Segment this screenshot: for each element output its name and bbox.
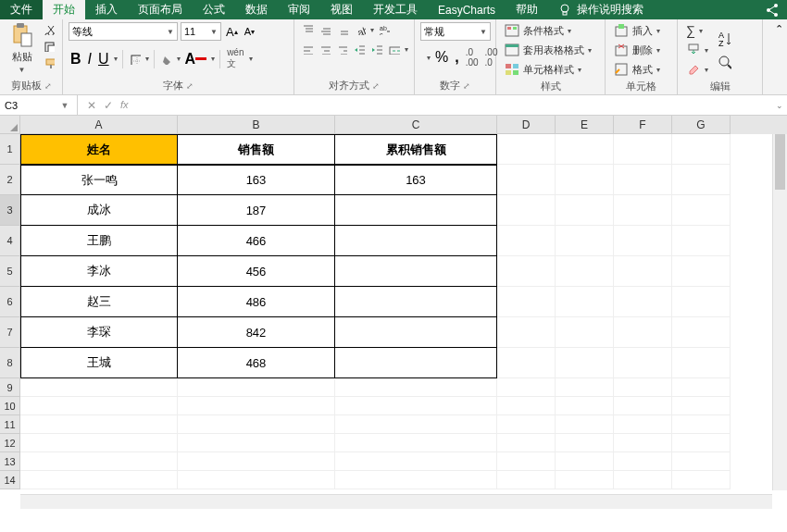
align-center-icon[interactable] (318, 42, 332, 56)
currency-icon[interactable]: ₽ (420, 50, 424, 65)
indent-dec-icon[interactable] (352, 42, 367, 56)
col-head-G[interactable]: G (672, 116, 731, 134)
row-head[interactable]: 13 (0, 452, 20, 471)
clear-button[interactable]: ▾ (683, 61, 711, 78)
formula-input[interactable] (138, 95, 772, 115)
cell[interactable] (556, 256, 614, 287)
cell[interactable] (335, 348, 497, 378)
tell-me[interactable]: 操作说明搜索 (548, 0, 653, 19)
row-head[interactable]: 11 (0, 415, 20, 434)
col-head-F[interactable]: F (614, 116, 672, 134)
cell[interactable]: 姓名 (20, 134, 178, 165)
decrease-font-icon[interactable]: A▾ (243, 24, 256, 39)
row-head[interactable]: 10 (0, 397, 20, 415)
fx-icon[interactable]: fx (120, 99, 129, 112)
tab-view[interactable]: 视图 (320, 0, 363, 19)
share-icon[interactable] (763, 1, 781, 19)
cell[interactable]: 成冰 (20, 195, 178, 226)
comma-icon[interactable]: , (453, 47, 460, 68)
cell[interactable] (556, 471, 614, 489)
row-head[interactable]: 7 (0, 317, 20, 348)
cell[interactable] (672, 165, 731, 195)
cell[interactable] (556, 317, 614, 348)
cell[interactable] (556, 415, 614, 434)
cell[interactable] (614, 195, 672, 226)
cell[interactable] (497, 452, 556, 471)
cell[interactable] (614, 397, 672, 415)
tab-help[interactable]: 帮助 (506, 0, 548, 19)
cell[interactable] (614, 378, 672, 397)
increase-decimal-icon[interactable]: .0.00 (464, 45, 481, 69)
cell[interactable] (672, 256, 731, 287)
cell[interactable] (178, 471, 335, 489)
cell[interactable] (335, 452, 497, 471)
font-size-combo[interactable]: 11▼ (181, 22, 221, 41)
cell[interactable] (497, 134, 556, 165)
border-icon[interactable] (128, 52, 143, 67)
cell[interactable] (20, 434, 178, 452)
cell[interactable] (20, 471, 178, 489)
cell[interactable]: 187 (178, 195, 335, 226)
phonetic-icon[interactable]: wén文 (225, 45, 245, 72)
font-name-combo[interactable]: 等线▼ (69, 22, 178, 41)
cancel-formula-icon[interactable]: ✕ (87, 99, 96, 112)
col-head-E[interactable]: E (556, 116, 614, 134)
percent-icon[interactable]: % (433, 47, 450, 68)
row-head[interactable]: 6 (0, 287, 20, 317)
cell[interactable]: 163 (178, 165, 335, 195)
tab-dev[interactable]: 开发工具 (363, 0, 428, 19)
row-head[interactable]: 8 (0, 348, 20, 378)
cell[interactable] (178, 434, 335, 452)
cell[interactable] (20, 452, 178, 471)
increase-font-icon[interactable]: A▴ (224, 23, 240, 41)
cell[interactable]: 张一鸣 (20, 165, 178, 195)
cell[interactable] (556, 397, 614, 415)
cell[interactable] (335, 287, 497, 317)
cell[interactable] (20, 378, 178, 397)
cell[interactable] (672, 415, 731, 434)
underline-button[interactable]: U (96, 49, 111, 69)
cell[interactable] (335, 195, 497, 226)
cell[interactable] (556, 165, 614, 195)
cell[interactable] (497, 471, 556, 489)
italic-button[interactable]: I (86, 49, 94, 69)
row-head[interactable]: 14 (0, 471, 20, 489)
cell[interactable] (672, 287, 731, 317)
cell[interactable] (497, 195, 556, 226)
copy-icon[interactable] (42, 39, 56, 54)
cell[interactable] (556, 434, 614, 452)
cut-icon[interactable] (42, 22, 56, 37)
cell[interactable]: 销售额 (178, 134, 335, 165)
bold-button[interactable]: B (69, 49, 83, 69)
row-head[interactable]: 12 (0, 434, 20, 452)
cell[interactable] (672, 378, 731, 397)
cell[interactable] (335, 226, 497, 256)
orientation-icon[interactable]: ab (353, 22, 368, 37)
cell[interactable] (497, 415, 556, 434)
cell[interactable] (335, 317, 497, 348)
align-left-icon[interactable] (300, 42, 315, 56)
cell[interactable] (672, 452, 731, 471)
cell[interactable] (335, 434, 497, 452)
cell[interactable] (20, 415, 178, 434)
cell[interactable] (556, 452, 614, 471)
font-color-icon[interactable]: A (183, 49, 209, 69)
col-head-A[interactable]: A (20, 116, 178, 134)
cell[interactable] (497, 397, 556, 415)
cell[interactable] (497, 378, 556, 397)
cell[interactable] (497, 226, 556, 256)
cell-styles-button[interactable]: 单元格样式▾ (502, 61, 599, 78)
cell[interactable] (556, 195, 614, 226)
tab-formula[interactable]: 公式 (193, 0, 235, 19)
horizontal-scrollbar[interactable] (20, 494, 772, 509)
name-box[interactable]: C3▼ (0, 95, 78, 115)
tab-review[interactable]: 审阅 (278, 0, 320, 19)
cell[interactable] (335, 471, 497, 489)
indent-inc-icon[interactable] (369, 42, 384, 56)
cell[interactable] (556, 226, 614, 256)
cell[interactable] (672, 226, 731, 256)
cell[interactable] (672, 471, 731, 489)
tab-home[interactable]: 开始 (43, 0, 85, 19)
cell[interactable] (672, 134, 731, 165)
tab-insert[interactable]: 插入 (85, 0, 128, 19)
